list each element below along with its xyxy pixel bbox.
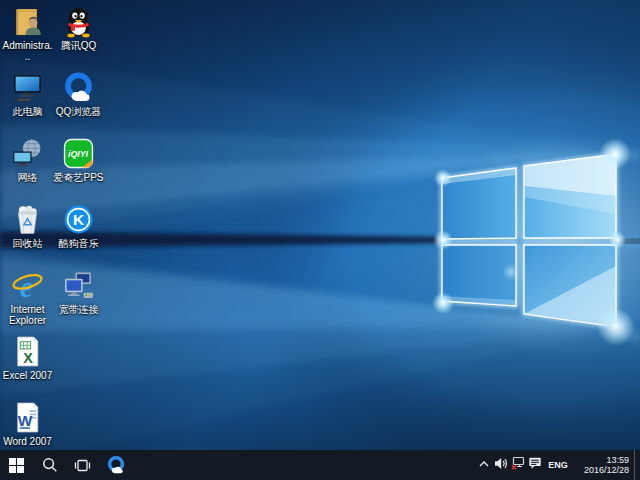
desktop-icon-kugou-music[interactable]: K 酷狗音乐 [53,201,104,267]
svg-text:W: W [18,412,33,429]
search-button[interactable] [33,450,66,480]
tray-chevron-button[interactable] [475,450,492,480]
desktop-icon-label: QQ浏览器 [56,106,102,117]
desktop-icon-label: Administra... [2,40,53,62]
volume-button[interactable] [492,450,509,480]
desktop-icon-tencent-qq[interactable]: 腾讯QQ [53,3,104,69]
desktop-icon-iqiyi-pps[interactable]: iQIYI 爱奇艺PPS [53,135,104,201]
search-icon [42,457,58,473]
desktop-icon-label: Excel 2007 [3,370,52,381]
desktop-icon-label: Word 2007 [3,436,52,447]
user-folder-icon [11,5,44,38]
clock[interactable]: 13:59 2016/12/28 [573,455,634,475]
desktop-icon-label: 爱奇艺PPS [53,172,103,183]
taskbar-qq-browser-button[interactable] [99,450,132,480]
start-button[interactable] [0,450,33,480]
icon-column-1: Administra... 此电脑 [2,3,53,465]
action-center-button[interactable] [526,450,543,480]
chevron-up-icon [478,456,490,474]
desktop-icon-label: 腾讯QQ [61,40,97,51]
network-status-button[interactable] [509,450,526,480]
svg-text:K: K [73,211,85,228]
language-indicator[interactable]: ENG [543,460,573,470]
clock-time: 13:59 [573,455,629,465]
desktop-icon-network[interactable]: 网络 [2,135,53,201]
broadband-connection-icon [62,269,95,302]
task-view-icon [74,458,91,473]
this-pc-icon [11,71,44,104]
desktop-icon-recycle-bin[interactable]: 回收站 [2,201,53,267]
volume-icon [494,456,508,474]
svg-text:X: X [23,350,33,366]
qq-penguin-icon [62,5,95,38]
taskbar: ENG 13:59 2016/12/28 [0,450,640,480]
iqiyi-logo-text: iQIYI [68,149,89,159]
desktop-icon-label: 回收站 [13,238,43,249]
desktop-icon-internet-explorer[interactable]: e Internet Explorer [2,267,53,333]
action-center-icon [528,456,542,474]
kugou-music-icon: K [62,203,95,236]
windows-start-icon [9,458,24,473]
show-desktop-button[interactable] [634,450,640,480]
desktop-icon-this-pc[interactable]: 此电脑 [2,69,53,135]
desktop-icon-label: 酷狗音乐 [59,238,99,249]
iqiyi-pps-icon: iQIYI [62,137,95,170]
desktop-icon-grid: Administra... 此电脑 [2,3,104,465]
desktop-icon-label: 此电脑 [13,106,43,117]
desktop-icon-label: Internet Explorer [2,304,53,326]
network-disconnected-icon [511,456,525,474]
network-icon [11,137,44,170]
desktop-icon-label: 宽带连接 [59,304,99,315]
desktop-icon-label: 网络 [18,172,38,183]
qq-browser-icon [106,455,126,475]
desktop-icon-excel-2007[interactable]: X Excel 2007 [2,333,53,399]
excel-icon: X [11,335,44,368]
icon-column-2: 腾讯QQ QQ浏览器 [53,3,104,465]
qq-browser-icon [62,71,95,104]
desktop-icon-qq-browser[interactable]: QQ浏览器 [53,69,104,135]
system-tray: ENG 13:59 2016/12/28 [475,450,640,480]
desktop-icon-broadband-connection[interactable]: 宽带连接 [53,267,104,333]
recycle-bin-icon [11,203,44,236]
desktop: Administra... 此电脑 [0,0,640,480]
desktop-icon-administrator-folder[interactable]: Administra... [2,3,53,69]
clock-date: 2016/12/28 [573,465,629,475]
word-icon: W [11,401,44,434]
task-view-button[interactable] [66,450,99,480]
internet-explorer-icon: e [11,269,44,302]
